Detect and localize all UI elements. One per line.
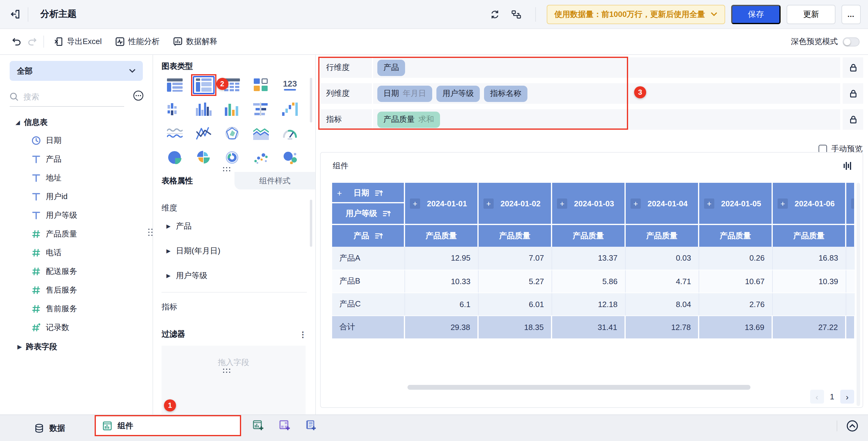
lock-button[interactable] xyxy=(843,109,863,130)
filter-menu-button[interactable]: ⋮ xyxy=(299,330,307,339)
field-item-售前服务[interactable]: 售前服务 xyxy=(0,299,153,318)
dimension-item-日期(年月日)[interactable]: ▶日期(年月日) xyxy=(153,238,315,263)
chart-type-对比条形图[interactable] xyxy=(247,102,276,116)
chart-type-环形图[interactable] xyxy=(218,150,247,165)
add-chart-button[interactable] xyxy=(250,418,266,434)
date-column-header-partial[interactable]: + xyxy=(846,183,855,225)
table-group-info[interactable]: ◢ 信息表 xyxy=(0,114,153,131)
field-tag-产品质量[interactable]: 产品质量求和 xyxy=(377,111,440,127)
table-scope-select[interactable]: 全部 xyxy=(10,61,143,81)
chart-type-明细表[interactable] xyxy=(160,78,189,92)
chart-type-瀑布图[interactable] xyxy=(276,102,304,116)
expand-icon[interactable]: + xyxy=(704,198,714,208)
date-column-header[interactable]: +2024-01-05 xyxy=(699,183,772,225)
expand-icon[interactable]: + xyxy=(410,198,420,208)
measure-header[interactable]: 产品质量 xyxy=(699,225,772,247)
relationship-button[interactable] xyxy=(509,6,524,22)
more-button[interactable]: … xyxy=(841,4,861,24)
lock-button[interactable] xyxy=(843,83,863,104)
chart-type-柱状图[interactable] xyxy=(218,102,247,116)
chart-type-玫瑰图[interactable] xyxy=(189,150,218,165)
field-item-配送服务[interactable]: 配送服务 xyxy=(0,262,153,281)
dark-mode-toggle[interactable] xyxy=(843,37,860,46)
col-subdimension-header[interactable]: 用户等级 xyxy=(332,203,404,223)
chart-type-气泡图[interactable] xyxy=(276,150,304,165)
horizontal-scrollbar[interactable] xyxy=(407,385,750,390)
tab-table-properties[interactable]: 表格属性 xyxy=(153,172,235,189)
back-button[interactable] xyxy=(7,6,23,22)
field-item-产品质量[interactable]: 产品质量 xyxy=(0,225,153,243)
dimension-item-产品[interactable]: ▶产品 xyxy=(153,213,315,238)
tab-component-style[interactable]: 组件样式 xyxy=(235,172,315,189)
update-button[interactable]: 更新 xyxy=(787,4,835,24)
export-excel-button[interactable]: 导出Excel xyxy=(54,36,102,47)
chart-type-指标卡[interactable] xyxy=(247,78,276,92)
tab-component[interactable]: 组件 xyxy=(95,415,241,436)
date-column-header[interactable]: +2024-01-04 xyxy=(625,183,699,225)
config-row-fields[interactable]: 产品 xyxy=(373,57,840,78)
date-column-header[interactable]: +2024-01-06 xyxy=(772,183,846,225)
scrollbar[interactable] xyxy=(310,78,312,122)
expand-icon[interactable]: + xyxy=(337,188,342,198)
measure-header[interactable]: 产品质量 xyxy=(404,225,478,247)
add-dashboard-button[interactable] xyxy=(277,418,292,434)
add-report-button[interactable] xyxy=(303,418,319,434)
measure-header[interactable]: 产品质量 xyxy=(625,225,699,247)
measure-header[interactable]: 产品质量 xyxy=(772,225,846,247)
chart-type-交叉表[interactable]: 2 xyxy=(189,78,218,92)
lock-button[interactable] xyxy=(843,57,863,78)
field-item-记录数[interactable]: 记录数 xyxy=(0,318,153,336)
chart-type-折线图[interactable] xyxy=(160,126,189,141)
field-item-用户等级[interactable]: 用户等级 xyxy=(0,206,153,225)
chart-type-堆积柱状图[interactable] xyxy=(160,102,189,116)
expand-icon[interactable]: + xyxy=(557,198,567,208)
redo-button[interactable] xyxy=(24,34,40,50)
field-tag-用户等级[interactable]: 用户等级 xyxy=(436,85,480,102)
prev-page-button[interactable]: ‹ xyxy=(810,390,824,404)
vertical-scrollbar[interactable] xyxy=(857,183,860,406)
search-input[interactable] xyxy=(24,92,102,101)
expand-icon[interactable]: + xyxy=(851,198,855,208)
chart-type-多系列折线图[interactable] xyxy=(189,126,218,141)
chart-switch-button[interactable] xyxy=(843,161,852,171)
dimension-item-用户等级[interactable]: ▶用户等级 xyxy=(153,263,315,288)
chart-type-多系列柱状图[interactable] xyxy=(189,102,218,116)
data-explain-button[interactable]: 数据解释 xyxy=(173,36,218,47)
date-column-header[interactable]: +2024-01-03 xyxy=(552,183,625,225)
next-page-button[interactable]: › xyxy=(840,390,854,404)
chart-type-面积图[interactable] xyxy=(247,126,276,141)
chart-type-雷达图[interactable] xyxy=(218,126,247,141)
undo-button[interactable] xyxy=(8,34,24,50)
save-button[interactable]: 保存 xyxy=(731,4,781,24)
performance-button[interactable]: 性能分析 xyxy=(115,36,160,47)
field-item-产品[interactable]: 产品 xyxy=(0,150,153,168)
chart-type-饼图[interactable] xyxy=(160,150,189,165)
filter-dropzone[interactable]: 拖入字段 xyxy=(161,346,306,416)
expand-icon[interactable]: + xyxy=(778,198,788,208)
field-tag-指标名称[interactable]: 指标名称 xyxy=(484,85,527,102)
chart-type-数字[interactable]: 123 xyxy=(276,78,304,92)
measure-header[interactable]: 产品质量 xyxy=(552,225,625,247)
section-resize-handle[interactable] xyxy=(223,167,230,171)
collapse-panel-button[interactable] xyxy=(844,418,860,434)
sidebar-resize-handle[interactable] xyxy=(148,229,153,236)
config-row-fields[interactable]: 产品质量求和 xyxy=(373,109,840,130)
chart-type-仪表盘[interactable] xyxy=(276,126,304,141)
tab-data[interactable]: 数据 xyxy=(34,422,65,434)
table-group-cross[interactable]: ▶ 跨表字段 xyxy=(0,339,153,355)
field-item-电话[interactable]: 电话 xyxy=(0,243,153,262)
scrollbar[interactable] xyxy=(310,200,312,247)
field-tag-产品[interactable]: 产品 xyxy=(377,59,405,76)
chart-type-散点图[interactable] xyxy=(247,150,276,165)
data-usage-banner[interactable]: 使用数据量：前1000万行，更新后使用全量 xyxy=(547,4,725,24)
field-item-日期[interactable]: 日期 xyxy=(0,131,153,150)
field-item-地址[interactable]: 地址 xyxy=(0,168,153,187)
refresh-button[interactable] xyxy=(487,6,503,22)
corner-header[interactable]: +日期用户等级 xyxy=(332,183,404,225)
col-dimension-header[interactable]: +日期 xyxy=(332,183,404,203)
field-item-售后服务[interactable]: 售后服务 xyxy=(0,281,153,299)
expand-icon[interactable]: + xyxy=(484,198,494,208)
section-resize-handle[interactable] xyxy=(223,369,230,373)
config-row-fields[interactable]: 日期年月日用户等级指标名称 xyxy=(373,83,840,104)
date-column-header[interactable]: +2024-01-02 xyxy=(478,183,552,225)
